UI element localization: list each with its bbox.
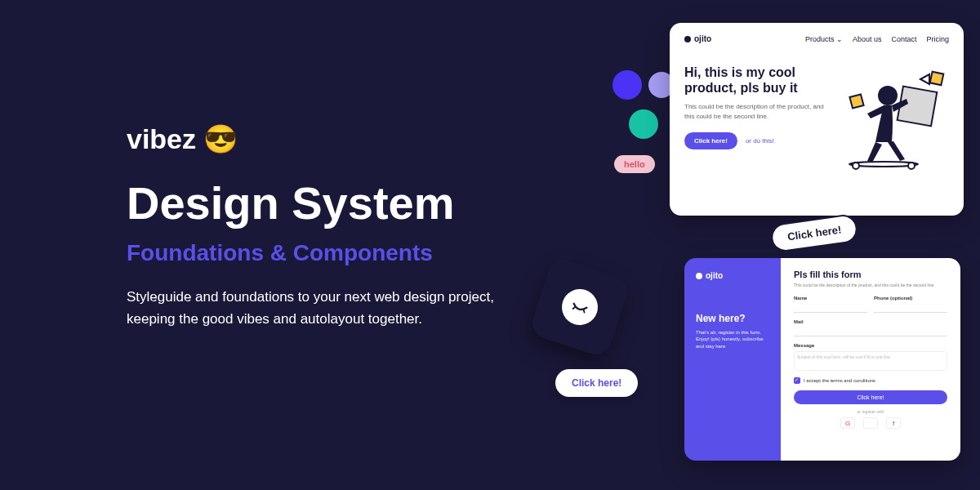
hero-illustration bbox=[843, 65, 949, 171]
swatch-accent bbox=[612, 70, 642, 100]
callout-bubble-2[interactable]: Click here! bbox=[555, 369, 638, 397]
submit-button[interactable]: Click here! bbox=[794, 390, 947, 404]
social-google[interactable]: G bbox=[840, 417, 855, 429]
terms-checkbox[interactable] bbox=[794, 377, 800, 384]
input-phone[interactable] bbox=[874, 303, 947, 313]
svg-point-3 bbox=[878, 86, 898, 105]
nav-about[interactable]: About us bbox=[853, 35, 882, 43]
social-facebook[interactable]: f bbox=[886, 417, 901, 429]
icon-tile bbox=[528, 256, 631, 359]
svg-rect-2 bbox=[930, 72, 944, 86]
brand-logo: vibez 😎 bbox=[127, 122, 535, 155]
input-mail[interactable] bbox=[794, 327, 947, 336]
subtitle: Foundations & Components bbox=[127, 240, 535, 266]
main-title: Design System bbox=[127, 178, 535, 229]
svg-point-6 bbox=[908, 163, 915, 169]
callout-bubble-1[interactable]: Click here! bbox=[769, 213, 859, 253]
hero-cta-button[interactable]: Click here! bbox=[684, 132, 737, 149]
svg-point-5 bbox=[853, 163, 859, 169]
side-desc: That's alr, register in this form. Enjoy… bbox=[696, 329, 769, 350]
mockup-landing-card: ojito Products ⌄ About us Contact Pricin… bbox=[670, 23, 964, 216]
label-message: Message bbox=[794, 343, 947, 348]
description: Styleguide and foundations to your next … bbox=[127, 286, 535, 330]
terms-label: I accept the terms and conditions bbox=[804, 378, 875, 383]
svg-rect-1 bbox=[849, 94, 863, 108]
label-phone: Phone (optional) bbox=[874, 296, 947, 301]
social-apple[interactable] bbox=[863, 417, 878, 429]
input-message[interactable]: Subject of this cool form, will be cool … bbox=[794, 351, 947, 371]
hero-cta-link[interactable]: or do this! bbox=[746, 137, 774, 145]
form-desc: This could be the description of the pro… bbox=[794, 283, 947, 287]
label-name: Name bbox=[794, 296, 867, 301]
form-logo: ojito bbox=[696, 271, 769, 280]
label-mail: Mail bbox=[794, 319, 947, 324]
nav-products[interactable]: Products ⌄ bbox=[805, 35, 843, 43]
side-heading: New here? bbox=[696, 313, 769, 324]
eye-closed-icon bbox=[568, 296, 591, 318]
nav-pricing[interactable]: Pricing bbox=[926, 35, 949, 43]
mock-logo: ojito bbox=[684, 34, 711, 43]
swatch-teal bbox=[629, 109, 658, 139]
tag-pill: hello bbox=[614, 155, 655, 173]
or-divider: or register with bbox=[794, 409, 947, 414]
svg-line-7 bbox=[573, 306, 576, 309]
form-title: Pls fill this form bbox=[794, 270, 947, 279]
input-name[interactable] bbox=[794, 303, 867, 313]
nav-contact[interactable]: Contact bbox=[891, 35, 916, 43]
mockup-form-card: ojito New here? That's alr, register in … bbox=[684, 258, 960, 461]
hero-desc: This could be the description of the pro… bbox=[684, 102, 833, 120]
svg-line-8 bbox=[583, 310, 586, 312]
hero-title: Hi, this is my cool product, pls buy it bbox=[684, 65, 833, 96]
